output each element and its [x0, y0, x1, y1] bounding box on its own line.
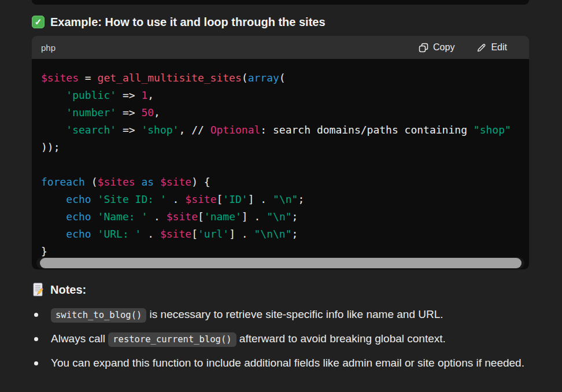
code-token: : search domains/paths containing [260, 124, 473, 136]
chat-message-page: ✓ Example: How to use it and loop throug… [0, 0, 562, 372]
code-header-actions: Copy Edit [419, 42, 507, 53]
code-token: 'public' [66, 89, 116, 101]
code-token [91, 228, 98, 240]
code-token: $site [185, 193, 216, 205]
code-token: => [116, 106, 141, 119]
code-token: 'Name: ' [98, 210, 148, 223]
horizontal-scrollbar-track[interactable] [36, 257, 524, 269]
code-line: foreach ($sites as $site) { [41, 173, 520, 191]
code-token: echo [66, 210, 91, 223]
check-mark-emoji-icon: ✓ [32, 16, 45, 28]
horizontal-scrollbar-thumb[interactable] [40, 258, 522, 268]
code-token [91, 193, 98, 205]
code-token: => [116, 124, 141, 136]
note-item: switch_to_blog() is necessary to retriev… [32, 305, 529, 324]
copy-button[interactable]: Copy [419, 42, 454, 53]
code-line: 'public' => 1, [41, 87, 520, 104]
example-heading-text: Example: How to use it and loop through … [50, 15, 326, 29]
code-line: )); [41, 139, 520, 156]
code-token: ] . [248, 193, 273, 205]
code-token: "\n" [267, 210, 291, 223]
code-token: => [116, 89, 141, 101]
edit-pencil-icon [476, 43, 486, 53]
code-token: 'name' [204, 210, 242, 223]
code-token: 'url' [198, 228, 229, 240]
code-line: echo 'Name: ' . $site['name'] . "\n"; [41, 208, 520, 225]
code-token: 'URL: ' [98, 228, 142, 240]
code-token: "\n" [273, 193, 298, 205]
code-token: ; [292, 228, 298, 240]
code-token: "shop" [474, 124, 511, 136]
note-text: Always call [51, 332, 108, 345]
code-editor-area: $sites = get_all_multisite_sites(array( … [32, 59, 529, 269]
note-text: You can expand this function to include … [51, 357, 524, 369]
code-token: 50 [141, 106, 154, 119]
inline-code-chip: restore_current_blog() [108, 332, 236, 347]
notes-heading: Notes: [32, 282, 529, 297]
inline-code-chip: switch_to_blog() [51, 308, 146, 323]
code-block-header: php Copy [32, 36, 529, 59]
code-line: echo 'Site ID: ' . $site['ID'] . "\n"; [41, 191, 520, 208]
edit-button[interactable]: Edit [476, 42, 507, 53]
code-token: $site [160, 228, 191, 240]
memo-emoji-icon [32, 283, 45, 297]
code-token: } [41, 245, 47, 257]
code-token: $sites [41, 72, 79, 84]
code-token: 'search' [66, 124, 116, 136]
code-token: Optional [210, 124, 261, 136]
code-token: [ [198, 210, 204, 223]
code-token [154, 176, 160, 188]
code-token: . [167, 193, 186, 205]
code-token: $sites [98, 176, 135, 188]
notes-list: switch_to_blog() is necessary to retriev… [32, 305, 529, 372]
note-item: Always call restore_current_blog() after… [32, 330, 529, 349]
code-line: 'number' => 50, [41, 104, 520, 121]
code-token: as [141, 176, 154, 188]
code-token: echo [66, 228, 91, 240]
code-token: "\n\n" [254, 228, 292, 240]
code-token [41, 124, 66, 136]
code-token: ( [279, 72, 286, 84]
code-token [41, 89, 66, 101]
code-token [41, 193, 66, 205]
code-block: php Copy [32, 36, 529, 269]
code-line: 'search' => 'shop', // Optional: search … [41, 121, 520, 139]
code-token: [ [191, 228, 198, 240]
code-line: echo 'URL: ' . $site['url'] . "\n\n"; [41, 225, 520, 243]
code-token [135, 176, 142, 188]
notes-heading-text: Notes: [50, 282, 86, 297]
note-text: afterward to avoid breaking global conte… [236, 332, 446, 345]
code-lines: $sites = get_all_multisite_sites(array( … [41, 69, 520, 260]
edit-button-label: Edit [491, 42, 507, 53]
code-token: ] . [242, 210, 267, 223]
code-token: foreach [41, 176, 85, 188]
code-token: array [248, 72, 279, 84]
example-heading: ✓ Example: How to use it and loop throug… [32, 15, 529, 29]
note-item: You can expand this function to include … [32, 354, 529, 372]
code-line: $sites = get_all_multisite_sites(array( [41, 69, 520, 87]
code-token [41, 228, 66, 240]
code-token: ; [298, 193, 304, 205]
code-token [41, 210, 66, 223]
code-token: 'ID' [223, 193, 247, 205]
note-text: is necessary to retrieve site-specific i… [146, 308, 443, 320]
code-token: ; [292, 210, 298, 223]
code-token: )); [41, 141, 60, 153]
code-token: 'number' [66, 106, 116, 119]
code-token: echo [66, 193, 91, 205]
code-token: ( [85, 176, 98, 188]
code-token: , // [179, 124, 210, 136]
code-token: [ [216, 193, 223, 205]
code-token: 'shop' [141, 124, 179, 136]
copy-button-label: Copy [433, 42, 454, 53]
code-token: . [141, 228, 160, 240]
code-token: ] . [229, 228, 254, 240]
code-line [41, 156, 520, 173]
code-language-label: php [41, 43, 56, 53]
code-token: = [79, 72, 98, 84]
code-token: get_all_multisite_sites [98, 72, 242, 84]
copy-icon [419, 43, 428, 53]
code-token: $site [160, 176, 191, 188]
code-token: , [154, 106, 160, 119]
code-token: $site [167, 210, 198, 223]
